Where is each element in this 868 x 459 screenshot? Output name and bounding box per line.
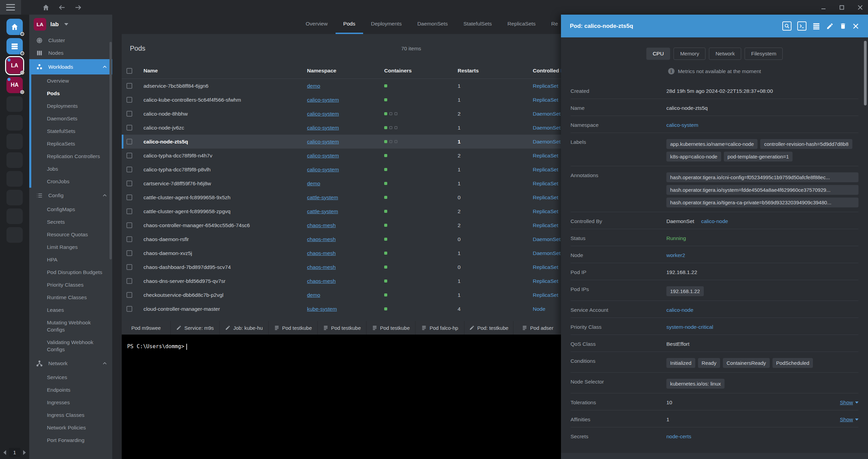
delete-icon[interactable] — [839, 22, 847, 30]
row-checkbox[interactable] — [126, 250, 132, 256]
namespace-link[interactable]: chaos-mesh — [307, 236, 336, 242]
sidebar-subitem[interactable]: StatefulSets — [29, 125, 112, 137]
namespace-link[interactable]: calico-system — [307, 111, 339, 117]
controlled-by-link[interactable]: DaemonSet — [533, 111, 561, 117]
edit-icon[interactable] — [826, 22, 834, 30]
pod-shell-icon[interactable] — [797, 21, 806, 31]
pod-logs-icon[interactable] — [812, 22, 820, 30]
rail-placeholder[interactable] — [6, 115, 23, 131]
home-icon[interactable] — [42, 0, 50, 15]
column-header-restarts[interactable]: Restarts — [453, 68, 528, 74]
sidebar-item-cluster[interactable]: Cluster — [29, 34, 112, 47]
sidebar-subitem[interactable]: Resource Quotas — [29, 228, 112, 241]
row-checkbox[interactable] — [126, 181, 132, 186]
sidebar-subitem[interactable]: Ingress Classes — [29, 409, 112, 421]
namespace-link[interactable]: kube-system — [307, 306, 337, 312]
rail-placeholder[interactable] — [6, 171, 23, 187]
rail-placeholder[interactable] — [6, 227, 23, 243]
namespace-link[interactable]: calico-system — [307, 97, 339, 103]
controlled-by-link[interactable]: ReplicaSet — [533, 181, 558, 186]
back-arrow-icon[interactable] — [58, 0, 66, 15]
namespace-link[interactable]: calico-system — [307, 125, 339, 131]
column-header-containers[interactable]: Containers — [379, 68, 453, 74]
forward-arrow-icon[interactable] — [74, 0, 82, 15]
controlled-by-link[interactable]: ReplicaSet — [533, 153, 558, 158]
namespace-link[interactable]: calico-system — [307, 153, 339, 158]
row-checkbox[interactable] — [126, 83, 132, 89]
sidebar-subitem[interactable]: Validating Webhook Configs — [29, 336, 112, 356]
row-checkbox[interactable] — [126, 306, 132, 312]
dock-tab[interactable]: Service: m9s — [171, 321, 220, 335]
window-close-icon[interactable] — [857, 4, 863, 11]
page-next-icon[interactable] — [23, 450, 26, 455]
sidebar-subitem[interactable]: ConfigMaps — [29, 203, 112, 216]
resource-tab[interactable]: ReplicaSets — [500, 15, 544, 34]
window-minimize-icon[interactable] — [820, 4, 827, 11]
row-checkbox[interactable] — [126, 167, 132, 172]
sidebar-subitem[interactable]: Runtime Classes — [29, 291, 112, 304]
namespace-link[interactable]: chaos-mesh — [307, 222, 336, 228]
row-checkbox[interactable] — [126, 264, 132, 270]
sidebar-scrollbar[interactable] — [109, 42, 112, 259]
window-maximize-icon[interactable] — [839, 4, 845, 11]
sidebar-section-workloads[interactable]: Workloads — [29, 59, 112, 74]
dock-tab[interactable]: Job: kube-hu — [220, 321, 269, 335]
affinities-show-toggle[interactable]: Show — [840, 415, 858, 423]
metrics-tab[interactable]: Memory — [674, 48, 705, 60]
rail-placeholder[interactable] — [6, 96, 23, 112]
sidebar-subitem[interactable]: Pod Disruption Budgets — [29, 266, 112, 278]
namespace-link[interactable]: demo — [307, 83, 320, 89]
rail-placeholder[interactable] — [6, 134, 23, 149]
row-checkbox[interactable] — [126, 153, 132, 158]
controlled-by-link[interactable]: ReplicaSet — [533, 194, 558, 200]
controlled-by-link[interactable]: ReplicaSet — [533, 292, 558, 298]
column-header-namespace[interactable]: Namespace — [302, 68, 379, 74]
controlled-by-link[interactable]: ReplicaSet — [533, 208, 558, 214]
cluster-selector[interactable]: LA lab — [29, 15, 112, 34]
metrics-tab[interactable]: Network — [709, 48, 741, 60]
controlled-by-link[interactable]: ReplicaSet — [533, 222, 558, 228]
namespace-link[interactable]: calico-system — [307, 139, 339, 144]
sidebar-subitem[interactable]: Limit Ranges — [29, 241, 112, 253]
hamburger-menu-icon[interactable] — [0, 0, 21, 15]
sidebar-subitem[interactable]: Replication Controllers — [29, 150, 112, 163]
controlled-by-link[interactable]: DaemonSet — [533, 236, 561, 242]
catalog-list-button[interactable]: ⚙ — [6, 38, 23, 54]
dock-tab[interactable]: Pod: testkube — [464, 321, 513, 335]
service-account-link[interactable]: calico-node — [666, 307, 693, 313]
row-checkbox[interactable] — [126, 278, 132, 284]
sidebar-subitem[interactable]: Endpoints — [29, 384, 112, 396]
sidebar-subitem[interactable]: Pods — [29, 87, 112, 100]
namespace-link[interactable]: demo — [307, 292, 320, 298]
namespace-link[interactable]: cattle-system — [307, 194, 338, 200]
namespace-link[interactable]: chaos-mesh — [307, 250, 336, 256]
controlled-by-link[interactable]: DaemonSet — [533, 139, 561, 144]
resource-tab[interactable]: Overview — [298, 15, 336, 34]
metrics-tab[interactable]: Filesystem — [745, 48, 783, 60]
controlled-by-link[interactable]: Node — [533, 306, 545, 312]
sidebar-subitem[interactable]: Deployments — [29, 100, 112, 112]
controlled-by-link[interactable]: ReplicaSet — [533, 83, 558, 89]
cluster-avatar-ha[interactable]: HA ☸ — [6, 77, 23, 93]
row-checkbox[interactable] — [126, 236, 132, 242]
priority-class-link[interactable]: system-node-critical — [666, 324, 713, 330]
controlled-by-link[interactable]: ReplicaSet — [533, 264, 558, 270]
resource-tab[interactable]: Pods — [336, 15, 363, 34]
row-checkbox[interactable] — [126, 194, 132, 200]
namespace-link[interactable]: demo — [307, 181, 320, 186]
namespace-link[interactable]: chaos-mesh — [307, 278, 336, 284]
sidebar-subitem[interactable]: Overview — [29, 74, 112, 87]
controlled-by-link[interactable]: ReplicaSet — [533, 167, 558, 172]
dock-tab[interactable]: Pod testkube — [367, 321, 415, 335]
sidebar-subitem[interactable]: Ingresses — [29, 396, 112, 409]
sidebar-section-network[interactable]: Network — [29, 356, 112, 371]
page-prev-icon[interactable] — [3, 450, 6, 455]
resource-tab[interactable]: Deployments — [363, 15, 409, 34]
controlled-by-link[interactable]: DaemonSet — [533, 250, 561, 256]
sidebar-subitem[interactable]: Priority Classes — [29, 278, 112, 291]
owner-link[interactable]: calico-node — [701, 218, 728, 224]
controlled-by-link[interactable]: ReplicaSet — [533, 278, 558, 284]
resource-tab[interactable]: StatefulSets — [456, 15, 500, 34]
row-checkbox[interactable] — [126, 222, 132, 228]
row-checkbox[interactable] — [126, 111, 132, 117]
